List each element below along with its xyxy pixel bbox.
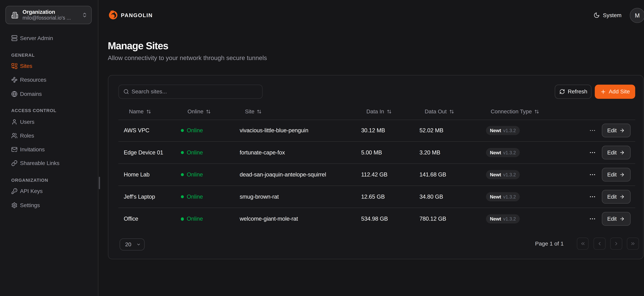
avatar-initial: M (635, 12, 640, 18)
org-selector-subtitle: milo@fossorial.io's ... (22, 15, 82, 21)
data-in: 12.65 GB (361, 194, 385, 200)
sidebar-item-label: Sites (20, 63, 32, 69)
edit-button[interactable]: Edit (602, 168, 630, 182)
edit-button[interactable]: Edit (602, 190, 630, 204)
data-out: 3.20 MB (420, 150, 440, 156)
site-slug: welcome-giant-mole-rat (240, 216, 298, 222)
connection-type-badge: Newtv1.3.2 (486, 192, 520, 201)
sidebar-resize-handle[interactable] (99, 177, 100, 189)
ellipsis-icon (589, 149, 596, 156)
online-dot-icon (181, 173, 184, 176)
avatar[interactable]: M (630, 8, 644, 23)
sidebar-item-users[interactable]: Users (6, 116, 94, 128)
key-icon (11, 188, 18, 194)
sidebar-item-label: Server Admin (20, 35, 53, 41)
sidebar-item-api-keys[interactable]: API Keys (6, 185, 94, 197)
last-page-button[interactable] (627, 238, 639, 250)
link-icon (11, 160, 18, 166)
page-subtitle: Allow connectivity to your network throu… (108, 54, 267, 62)
column-header-connection-type[interactable]: Connection Type (491, 104, 539, 120)
theme-toggle[interactable]: System (593, 9, 622, 21)
chevrons-up-down-icon (82, 12, 88, 18)
pangolin-logo (108, 10, 118, 20)
data-out: 34.80 GB (420, 194, 443, 200)
sidebar-item-shareable-links[interactable]: Shareable Links (6, 158, 94, 169)
first-page-button[interactable] (577, 238, 589, 250)
column-header-data-out[interactable]: Data Out (425, 104, 454, 120)
column-header-site[interactable]: Site (245, 104, 262, 120)
add-site-button[interactable]: Add Site (595, 85, 635, 99)
search-input[interactable] (119, 85, 262, 98)
arrow-right-icon (620, 216, 625, 222)
sidebar-item-roles[interactable]: Roles (6, 130, 94, 141)
site-name: Jeff's Laptop (124, 194, 155, 200)
ellipsis-icon (589, 127, 596, 134)
page-indicator: Page 1 of 1 (535, 240, 564, 247)
column-header-data-in[interactable]: Data In (366, 104, 391, 120)
table-row: Office Online welcome-giant-mole-rat 534… (118, 208, 635, 230)
sidebar-item-resources[interactable]: Resources (6, 74, 94, 86)
arrow-right-icon (620, 194, 625, 200)
sidebar-section-organization: ORGANIZATION (11, 178, 48, 183)
site-name: Home Lab (124, 172, 150, 178)
row-actions-menu[interactable] (589, 193, 596, 200)
online-dot-icon (181, 195, 184, 198)
sidebar-item-label: API Keys (20, 188, 43, 194)
page-title: Manage Sites (108, 40, 168, 52)
chevron-left-icon (597, 241, 602, 246)
sites-card: Refresh Add Site Name Online Site Data I… (108, 75, 643, 259)
sort-icon (146, 109, 151, 114)
column-header-online[interactable]: Online (188, 104, 211, 120)
column-header-name[interactable]: Name (129, 104, 151, 120)
moon-icon (593, 12, 600, 18)
mail-check-icon (11, 146, 18, 153)
sort-icon (534, 109, 539, 114)
sidebar-item-server-admin[interactable]: Server Admin (6, 32, 94, 44)
org-selector[interactable]: Organization milo@fossorial.io's ... (6, 6, 92, 24)
sort-icon (386, 109, 391, 114)
org-selector-title: Organization (22, 9, 82, 15)
edit-button-wrap: Edit (602, 124, 630, 138)
site-slug: dead-san-joaquin-antelope-squirrel (240, 172, 326, 178)
edit-button[interactable]: Edit (602, 124, 630, 138)
waypoints-icon (11, 77, 18, 83)
row-actions-menu[interactable] (589, 171, 596, 178)
data-out: 141.68 GB (420, 172, 446, 178)
row-actions-menu[interactable] (589, 215, 596, 222)
sidebar-item-label: Resources (20, 77, 46, 83)
sidebar-section-access-control: ACCESS CONTROL (11, 108, 56, 113)
data-in: 30.12 MB (361, 128, 385, 134)
sidebar-section-general: GENERAL (11, 52, 35, 57)
chevron-right-icon (614, 241, 619, 246)
page-size-select[interactable]: 20 (120, 238, 145, 251)
online-dot-icon (181, 218, 184, 220)
site-name: Edge Device 01 (124, 150, 163, 156)
ellipsis-icon (589, 215, 596, 222)
connection-type-badge: Newtv1.3.2 (486, 148, 520, 157)
data-in: 534.98 GB (361, 216, 388, 222)
table-row: Home Lab Online dead-san-joaquin-antelop… (118, 164, 635, 186)
sidebar-item-settings[interactable]: Settings (6, 199, 94, 211)
arrow-right-icon (620, 150, 625, 155)
status-badge: Online (181, 128, 203, 134)
arrow-right-icon (620, 172, 625, 177)
status-badge: Online (181, 216, 203, 222)
site-name: Office (124, 216, 138, 222)
chevrons-right-icon (630, 241, 636, 246)
chevron-down-icon (136, 242, 141, 247)
online-dot-icon (181, 129, 184, 132)
edit-button-wrap: Edit (602, 168, 630, 182)
sidebar-item-domains[interactable]: Domains (6, 88, 94, 100)
arrow-right-icon (620, 128, 625, 133)
edit-button[interactable]: Edit (602, 212, 630, 226)
row-actions-menu[interactable] (589, 149, 596, 156)
sidebar-item-label: Users (20, 119, 34, 125)
table-row: AWS VPC Online vivacious-little-blue-pen… (118, 120, 635, 142)
next-page-button[interactable] (610, 238, 622, 250)
row-actions-menu[interactable] (589, 127, 596, 134)
sidebar-item-sites[interactable]: Sites (6, 60, 94, 72)
edit-button[interactable]: Edit (602, 146, 630, 160)
sidebar-item-invitations[interactable]: Invitations (6, 144, 94, 155)
refresh-button[interactable]: Refresh (555, 85, 592, 99)
prev-page-button[interactable] (594, 238, 606, 250)
